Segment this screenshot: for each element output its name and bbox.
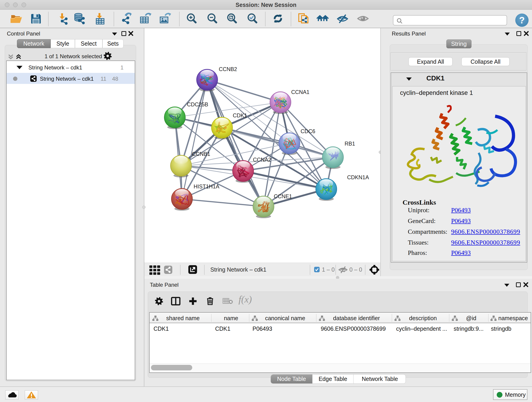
svg-text:CCNB1: CCNB1: [192, 151, 210, 157]
svg-text:CDC6: CDC6: [301, 128, 315, 134]
svg-text:CCNA2: CCNA2: [253, 157, 271, 163]
svg-text:HIST1H1A: HIST1H1A: [194, 184, 220, 190]
svg-text:CDKN1A: CDKN1A: [347, 174, 369, 180]
svg-text:CCNE1: CCNE1: [274, 193, 292, 199]
svg-text:CDK1: CDK1: [233, 113, 247, 119]
svg-text:CCNB2: CCNB2: [219, 66, 237, 72]
svg-text:CCNA1: CCNA1: [291, 89, 310, 95]
svg-text:RB1: RB1: [345, 141, 355, 147]
svg-text:CDC25B: CDC25B: [187, 102, 208, 108]
